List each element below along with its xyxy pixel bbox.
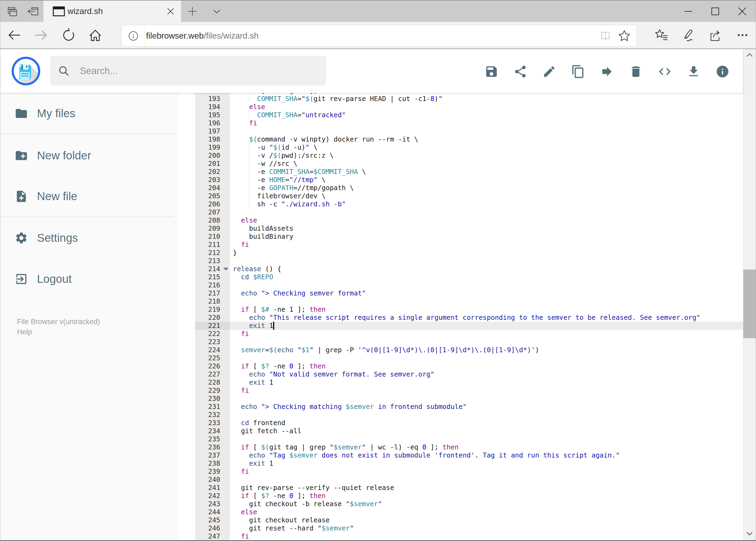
sidebar-item-logout[interactable]: Logout (0, 259, 178, 299)
logout-icon (15, 272, 28, 286)
code-line: semver=$(echo "$1" | grep -P '^v(0|[1-9]… (230, 346, 743, 354)
code-line: fi (230, 119, 743, 127)
maximize-button[interactable] (702, 1, 729, 22)
new-file-icon (15, 190, 28, 203)
sidebar-item-my-files[interactable]: My files (0, 93, 178, 134)
trash-icon (629, 65, 643, 79)
code-line: echo "Tag $semver does not exist in subm… (230, 451, 743, 459)
editor-content[interactable]: if [ -d ".git" ]; then COMMIT_SHA="$(git… (230, 93, 743, 540)
address-bar[interactable]: filebrowser.web/files/wizard.sh (121, 25, 637, 47)
gutter-line-number: 234 (195, 427, 230, 435)
toolbar-save-button[interactable] (483, 63, 500, 80)
code-line: git fetch --all (230, 427, 743, 435)
scrollbar-thumb[interactable] (743, 270, 756, 338)
tab-title: wizard.sh (68, 6, 103, 16)
code-line: fi (230, 241, 743, 249)
gutter-line-number: 233 (195, 419, 230, 427)
indent-guide (249, 95, 249, 103)
gutter-line-number: 231 (195, 403, 230, 411)
fold-toggle-icon[interactable] (223, 268, 229, 270)
tab-strip: wizard.sh (0, 0, 756, 22)
toolbar-download-button[interactable] (685, 63, 702, 80)
settings-gear-icon (15, 231, 28, 245)
browser-tab[interactable]: wizard.sh (44, 1, 181, 22)
code-line: buildBinary (230, 233, 743, 241)
tab-close-icon[interactable] (164, 5, 177, 18)
toolbar-share-button[interactable] (512, 63, 529, 80)
search-box[interactable]: Search... (50, 56, 326, 86)
back-button[interactable] (3, 22, 26, 48)
web-notes-button[interactable] (675, 22, 700, 48)
browser-window: wizard.sh (0, 0, 756, 541)
tab-previews-button[interactable] (2, 1, 22, 22)
refresh-button[interactable] (56, 22, 80, 48)
indent-guide (249, 176, 249, 184)
search-icon (58, 65, 70, 77)
code-line: if [ -d ".git" ]; then (230, 93, 743, 95)
code-line: if [ $? -ne 0 ]; then (230, 492, 743, 500)
sidebar-item-label: New file (37, 190, 77, 203)
toolbar-info-button[interactable] (714, 63, 731, 80)
minimize-button[interactable] (675, 1, 702, 22)
code-editor[interactable]: 1921931941951961971981992002012022032042… (195, 93, 743, 540)
sidebar-item-new-folder[interactable]: New folder (0, 135, 178, 176)
hub-favorites-button[interactable] (649, 22, 674, 48)
code-line (230, 338, 743, 346)
code-line: git reset --hard "$semver" (230, 524, 743, 532)
help-link[interactable]: Help (17, 327, 100, 337)
gutter-line-number: 235 (195, 435, 230, 443)
code-line: } (230, 249, 743, 257)
window-arrow-left-icon (27, 5, 39, 18)
scroll-down-button[interactable] (743, 528, 756, 540)
forward-button[interactable] (29, 22, 53, 48)
windows-stack-icon (6, 5, 18, 17)
plus-icon (187, 6, 198, 17)
home-button[interactable] (84, 22, 107, 48)
gutter-line-number: 241 (195, 484, 230, 492)
code-line: filebrowser/dev \ (230, 192, 743, 200)
close-window-button[interactable] (729, 1, 756, 22)
gutter-line-number: 230 (195, 395, 230, 403)
show-tab-previews-button[interactable] (207, 1, 226, 22)
gutter-line-number: 195 (195, 111, 230, 119)
home-icon (88, 28, 103, 42)
url-path: /files/wizard.sh (204, 31, 259, 41)
toolbar-delete-button[interactable] (628, 63, 644, 80)
add-favorite-button[interactable] (615, 26, 634, 45)
text-cursor (273, 322, 274, 330)
gutter-line-number: 239 (195, 467, 230, 476)
share-page-button[interactable] (703, 22, 728, 48)
reading-view-button[interactable] (596, 26, 615, 45)
code-line (230, 257, 743, 265)
code-line: echo "> Checking matching $semver in fro… (230, 403, 743, 411)
scroll-up-button[interactable] (743, 49, 756, 61)
toolbar-edit-button[interactable] (541, 63, 558, 80)
file-browser-logo[interactable] (11, 56, 41, 86)
page-scrollbar[interactable] (743, 49, 756, 540)
toolbar-copy-button[interactable] (570, 63, 587, 80)
new-tab-button[interactable] (183, 1, 202, 22)
site-info-button[interactable] (128, 31, 138, 41)
gutter-line-number: 218 (195, 297, 230, 305)
sidebar-item-new-file[interactable]: New file (0, 176, 178, 217)
toolbar-raw-code-button[interactable] (656, 63, 673, 80)
app-version-link[interactable]: File Browser v(untracked) (17, 316, 100, 327)
sidebar-item-settings[interactable]: Settings (0, 218, 178, 258)
more-settings-button[interactable] (730, 22, 755, 48)
indent-guide (249, 200, 249, 208)
code-line: if [ $? -ne 0 ]; then (230, 362, 743, 370)
save-icon (484, 65, 499, 79)
tabs-set-aside-button[interactable] (24, 1, 43, 22)
code-line: cd $REPO (230, 273, 743, 281)
close-icon (738, 7, 747, 16)
url-text: filebrowser.web/files/wizard.sh (146, 31, 259, 41)
gutter-line-number: 212 (195, 249, 230, 257)
gutter-line-number: 215 (195, 273, 230, 281)
gutter-line-number: 244 (195, 508, 230, 516)
sidebar-divider (1, 217, 173, 217)
gutter-line-number: 243 (195, 500, 230, 508)
toolbar-move-button[interactable] (599, 63, 616, 80)
indent-guide (249, 184, 249, 192)
filebrowser-app: Search... My filesNew folderNew fileSett… (0, 49, 756, 540)
gutter-line-number: 202 (195, 168, 230, 176)
